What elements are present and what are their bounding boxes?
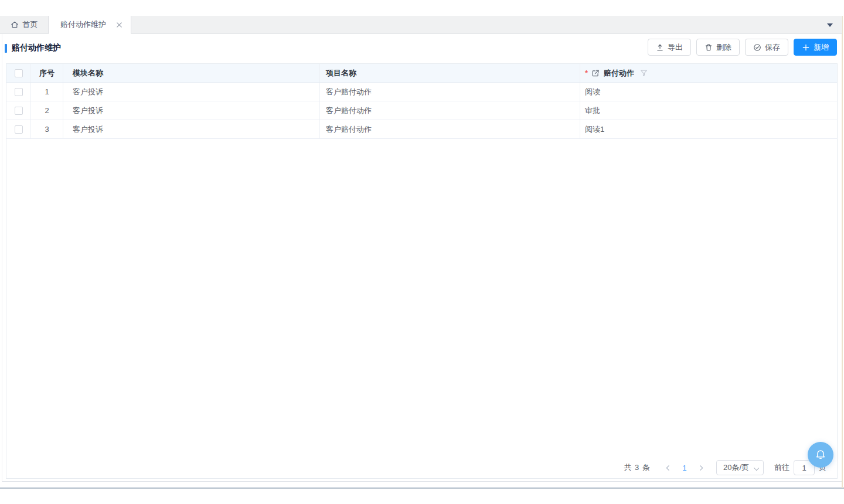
add-button[interactable]: 新增 (794, 39, 837, 56)
next-page-icon[interactable] (697, 464, 705, 472)
save-button[interactable]: 保存 (745, 39, 788, 56)
export-icon (656, 43, 664, 52)
close-icon[interactable] (116, 22, 122, 28)
cell-module: 客户投诉 (63, 120, 320, 138)
chevron-down-icon (754, 465, 759, 471)
save-button-label: 保存 (765, 42, 780, 53)
row-checkbox[interactable] (15, 88, 23, 96)
row-checkbox[interactable] (15, 125, 23, 134)
row-checkbox-cell (6, 120, 31, 138)
tab-active-label: 赔付动作维护 (60, 19, 106, 30)
pagination-total: 共 3 条 (624, 462, 650, 473)
cell-index: 2 (31, 101, 63, 120)
tab-home-label: 首页 (23, 19, 38, 30)
bell-icon (815, 449, 826, 461)
window-right-edge (842, 16, 843, 488)
table-row[interactable]: 2 客户投诉 客户赔付动作 审批 (6, 101, 837, 120)
delete-button[interactable]: 删除 (696, 39, 740, 56)
row-checkbox[interactable] (15, 107, 23, 115)
table-row[interactable]: 1 客户投诉 客户赔付动作 阅读 (6, 83, 837, 101)
delete-button-label: 删除 (716, 42, 731, 53)
cell-action[interactable]: 阅读1 (580, 120, 837, 138)
page-title: 赔付动作维护 (12, 43, 61, 53)
horizontal-scrollbar[interactable] (0, 487, 844, 489)
tab-bar: 首页 赔付动作维护 (0, 16, 842, 34)
row-checkbox-cell (6, 101, 31, 120)
page-number-1[interactable]: 1 (677, 464, 692, 472)
plus-icon (802, 43, 810, 52)
title-accent-bar (5, 44, 7, 53)
export-button[interactable]: 导出 (648, 39, 691, 56)
cell-project: 客户赔付动作 (320, 83, 580, 101)
edit-icon (591, 69, 600, 77)
cell-project: 客户赔付动作 (320, 101, 580, 120)
cell-index: 3 (31, 120, 63, 138)
check-circle-icon (753, 43, 761, 52)
pagination: 共 3 条 1 20条/页 前往 页 (624, 459, 826, 476)
export-button-label: 导出 (668, 42, 683, 53)
cell-project: 客户赔付动作 (320, 120, 580, 138)
page-size-select[interactable]: 20条/页 (716, 460, 764, 475)
goto-label: 前往 (774, 462, 789, 473)
header-action-cell: * 赔付动作 (580, 64, 837, 82)
header-index: 序号 (31, 64, 63, 82)
header-checkbox-cell (6, 64, 31, 82)
cell-module: 客户投诉 (63, 83, 320, 101)
header-action-label: 赔付动作 (604, 68, 634, 79)
table-row[interactable]: 3 客户投诉 客户赔付动作 阅读1 (6, 120, 837, 139)
cell-index: 1 (31, 83, 63, 101)
filter-funnel-icon[interactable] (640, 69, 648, 77)
header-module: 模块名称 (63, 64, 320, 82)
tab-list-dropdown-icon[interactable] (827, 23, 833, 30)
notification-bell-button[interactable] (808, 442, 833, 468)
required-mark: * (585, 69, 588, 77)
cell-action[interactable]: 审批 (580, 101, 837, 120)
row-checkbox-cell (6, 83, 31, 101)
trash-icon (705, 43, 713, 52)
data-table: 序号 模块名称 项目名称 * 赔付动作 1 客户投诉 客户赔付动作 阅读 2 客… (6, 63, 838, 479)
prev-page-icon[interactable] (664, 464, 672, 472)
add-button-label: 新增 (814, 42, 829, 53)
cell-module: 客户投诉 (63, 101, 320, 120)
page-size-value: 20条/页 (723, 462, 749, 473)
tab-active[interactable]: 赔付动作维护 (49, 16, 131, 34)
home-icon (11, 21, 19, 29)
table-header-row: 序号 模块名称 项目名称 * 赔付动作 (6, 64, 837, 83)
tab-home[interactable]: 首页 (0, 16, 49, 33)
page-header: 赔付动作维护 (5, 43, 61, 53)
app-root: { "tab_bar": { "home_tab": "首页", "active… (0, 0, 844, 504)
header-project: 项目名称 (320, 64, 580, 82)
cell-action[interactable]: 阅读 (580, 83, 837, 101)
select-all-checkbox[interactable] (15, 69, 23, 77)
toolbar: 导出 删除 保存 新增 (648, 39, 837, 56)
